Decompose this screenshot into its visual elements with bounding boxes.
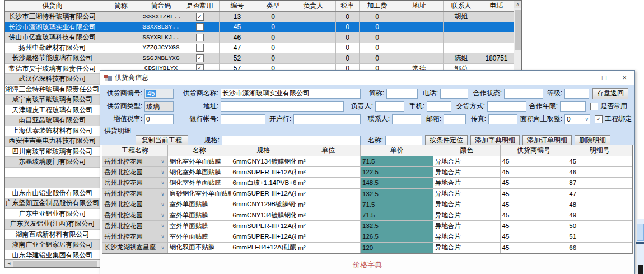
supplier-row[interactable]: 扬州中勤建材有限公司YZZQJCYXGS47000 (5, 43, 521, 54)
supplier-cell: 0 (360, 12, 395, 22)
dialog-title-bar[interactable]: 供货商信息 – □ × (100, 71, 634, 85)
email-field[interactable] (444, 114, 466, 124)
delivery-method-field[interactable] (487, 101, 526, 112)
grade-label: 等级: (543, 89, 564, 98)
supplier-row[interactable]: 佛山市亿鑫玻璃科技有限公司FSSYXBLKJ...46000 (5, 32, 521, 43)
detail-row[interactable]: 岳州北控花园∨室外单面贴膜6mmSUPER-III+12A(硅...m²126.… (102, 231, 632, 242)
project-name-combo[interactable]: 岳州北控花园∨ (102, 178, 168, 188)
supplier-id-field[interactable]: 45 (144, 89, 174, 99)
detail-row[interactable]: 岳州北控花园∨室外单面贴膜6mmCNY129B镀膜钢化m²71.5异地合片454… (102, 199, 632, 210)
common-use-checkbox[interactable] (196, 34, 204, 41)
project-name-combo[interactable]: 岳州北控花园∨ (102, 189, 168, 199)
detail-column-header[interactable]: 工程名称 (102, 145, 168, 156)
column-header[interactable]: 电话 (479, 1, 514, 11)
locate-by-condition-button[interactable]: 按条件定位 (425, 135, 468, 145)
address-field[interactable] (221, 101, 344, 112)
column-header[interactable]: 供货商 (5, 1, 100, 11)
fax-field[interactable] (488, 114, 517, 124)
detail-row[interactable]: 岳州北控花园∨钢化室外单面贴膜6mmSUPER-III+12A(硅...m²12… (102, 167, 632, 178)
supplier-type-field[interactable]: 玻璃 (144, 101, 174, 112)
short-name-field[interactable] (386, 89, 418, 99)
coop-years-field[interactable] (560, 101, 586, 112)
detail-column-header[interactable]: 单位 (296, 145, 361, 156)
unit-price-cell: 71.5 (361, 210, 433, 221)
coop-status-field[interactable] (504, 89, 543, 99)
add-dictionary-detail-button[interactable]: 添加字典明细 (470, 135, 520, 145)
column-header[interactable]: 是否常用 (180, 1, 220, 11)
detail-row[interactable]: 岳州北控花园∨室外单面贴膜6mmCNY134镀膜钢化m²71.5异地合片4549 (102, 210, 632, 221)
scroll-up-icon[interactable]: ∧ (514, 1, 521, 8)
scroll-left-icon[interactable]: ◄ (5, 260, 13, 267)
detail-column-header[interactable]: 颜色 (433, 145, 501, 156)
project-name-combo[interactable]: 长沙龙湖祺鑫星座∨ (102, 243, 168, 253)
common-use-toggle[interactable]: 是否常用 (590, 101, 627, 111)
detail-cell: 钢化室外单面贴膜 (168, 167, 231, 178)
supplier-cell: ✓ (180, 53, 220, 64)
column-header[interactable]: 加工费 (360, 1, 395, 11)
column-header[interactable]: 地址 (395, 1, 444, 11)
supplier-name-field[interactable] (221, 89, 361, 99)
vertical-scroll-thumb[interactable] (515, 10, 521, 50)
delete-detail-button[interactable]: 删除明细 (575, 135, 610, 145)
project-name-combo[interactable]: 岳州北控花园∨ (102, 231, 168, 242)
dialog-fields-panel: 供货商编号: 45 供货商名称: 简称: 电话: 合作状态: 等级: 存盘返回 … (100, 85, 634, 145)
common-use-checkbox[interactable]: ✓ (196, 54, 204, 62)
horizontal-scroll-thumb[interactable] (13, 261, 97, 267)
name-filter-input[interactable] (385, 136, 422, 145)
supplier-cell: 0 (336, 53, 360, 64)
detail-row[interactable]: 岳州北控花园∨磨砂钢化室外单面贴膜6mmSUPER-III+12A(硅...m²… (102, 189, 632, 199)
project-name-combo[interactable]: 岳州北控花园∨ (102, 199, 168, 210)
phone-field[interactable] (440, 89, 468, 99)
project-name-combo[interactable]: 岳州北控花园∨ (102, 167, 168, 178)
project-bind-toggle[interactable]: ✓ 工程绑定 (595, 114, 632, 124)
detail-column-header[interactable]: 单价 (361, 145, 433, 156)
maximize-button[interactable]: □ (594, 71, 614, 85)
column-header[interactable]: 简称 (100, 1, 142, 11)
supplier-row[interactable]: 长沙市潇湘玻璃实业有限公司CSSXXBLSY...45000 (5, 22, 521, 33)
detail-row[interactable]: 岳州北控花园∨室外单面贴膜6mmSUPER-III+12A(硅...m²132.… (102, 221, 632, 231)
detail-cell: 室外单面贴膜 (168, 210, 231, 221)
column-header[interactable]: 类型 (255, 1, 291, 11)
mobile-field[interactable] (427, 101, 451, 112)
column-header[interactable]: 编号 (220, 1, 255, 11)
detail-column-header[interactable]: 规格 (231, 145, 297, 156)
detail-column-header[interactable]: 名称 (168, 145, 231, 156)
common-use-checkbox[interactable] (196, 44, 204, 52)
spec-filter-input[interactable] (222, 136, 361, 145)
copy-current-project-button[interactable]: 复制当前工程 (136, 135, 188, 145)
detail-column-header[interactable]: 明细号 (567, 145, 632, 156)
column-header[interactable]: 负责人 (291, 1, 336, 11)
close-button[interactable]: × (614, 71, 634, 85)
add-order-detail-button[interactable]: 添加订单明细 (522, 135, 572, 145)
project-name-combo[interactable]: 岳州北控花园∨ (102, 221, 168, 231)
supplier-cell: 0 (336, 43, 360, 54)
supplier-cell (180, 43, 220, 54)
detail-row[interactable]: 长沙龙湖祺鑫星座∨钢化双面不贴膜6mmPLE84+12A(硅酮胶...m²120… (102, 243, 632, 253)
bank-account-field[interactable] (221, 114, 265, 124)
column-header[interactable]: 联系人 (444, 1, 479, 11)
supplier-cell (5, 178, 100, 188)
detail-row[interactable]: 岳州北控花园∨钢化室外单面贴膜6mm白玻+1.14PVB+6mm...m²148… (102, 178, 632, 188)
common-use-checkbox[interactable]: ✓ (196, 13, 204, 21)
save-return-button[interactable]: 存盘返回 (592, 88, 628, 99)
supplier-row[interactable]: 长沙晟格节能玻璃有限公司CSSGJNBLYXGS✓52000陈姐180751 (5, 53, 521, 64)
common-use-checkbox[interactable] (196, 23, 204, 31)
grade-field[interactable] (564, 89, 589, 99)
bank-branch-field[interactable] (293, 114, 361, 124)
vat-rate-field[interactable] (144, 114, 174, 124)
manager-field[interactable] (375, 101, 404, 112)
checkbox-icon[interactable] (590, 103, 598, 110)
column-header[interactable]: 税率 (336, 1, 360, 11)
supplier-row[interactable]: 长沙市三湘特种玻璃有限公司CSSSXTZBL..✓13000胡姐 (5, 12, 521, 22)
contact-field[interactable] (392, 114, 421, 124)
minimize-button[interactable]: – (574, 71, 594, 85)
detail-cell: 异地合片 (433, 156, 501, 167)
detail-column-header[interactable]: 供货商编号 (501, 145, 568, 156)
column-header[interactable]: 简音码 (142, 1, 180, 11)
project-name-combo[interactable]: 岳州北控花园∨ (102, 156, 168, 167)
detail-row[interactable]: 岳州北控花园∨钢化室外单面贴膜6mmCNY134镀膜钢化m²71.5异地合片45… (102, 156, 632, 167)
project-name-combo[interactable]: 岳州北控花园∨ (102, 210, 168, 221)
checkbox-icon[interactable]: ✓ (595, 115, 603, 123)
detail-cell: 室外单面贴膜 (168, 199, 231, 210)
area-round-up-combo[interactable]: 0 ∨ (564, 114, 590, 124)
